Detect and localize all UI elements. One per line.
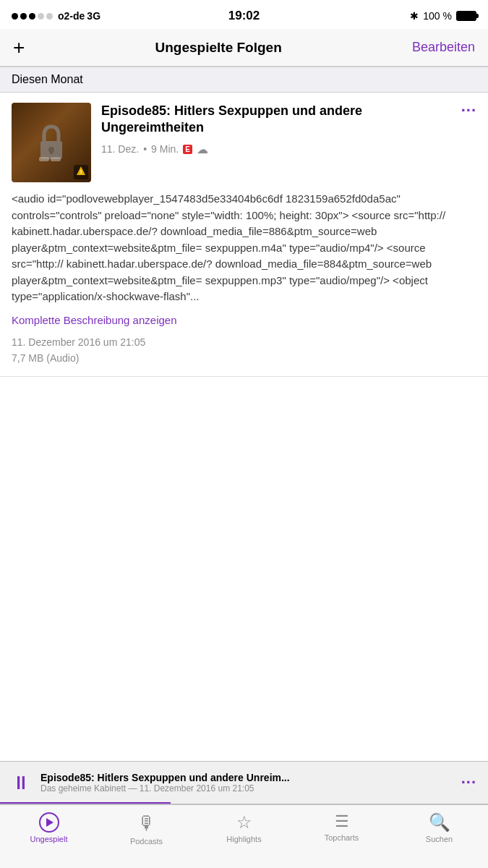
episode-info: Episode85: Hitlers Sexpuppen und andere … xyxy=(101,103,476,182)
episode-date: 11. Dez. xyxy=(101,143,139,155)
now-playing-more-button[interactable]: ··· xyxy=(461,773,476,792)
status-bar: o2-de 3G 19:02 ✱ 100 % xyxy=(0,0,488,29)
pause-button[interactable]: ⏸ xyxy=(12,773,30,792)
dot5 xyxy=(46,13,53,20)
episode-file-size: 7,7 MB (Audio) xyxy=(12,350,476,366)
battery-fill xyxy=(458,12,475,20)
add-button[interactable]: + xyxy=(13,38,25,58)
tab-ungespielt[interactable]: Ungespielt xyxy=(0,812,98,843)
now-playing-title: Episode85: Hitlers Sexpuppen und andere … xyxy=(40,772,451,783)
svg-rect-4 xyxy=(51,157,61,161)
topcharts-icon: ☰ xyxy=(335,812,349,831)
svg-rect-2 xyxy=(50,150,53,154)
podcasts-icon: 🎙 xyxy=(137,812,156,835)
search-icon: 🔍 xyxy=(429,812,450,833)
highlights-icon: ☆ xyxy=(236,812,252,833)
bluetooth-icon: ✱ xyxy=(410,10,419,22)
dot2 xyxy=(20,13,27,20)
play-triangle-icon xyxy=(46,818,53,827)
tab-ungespielt-label: Ungespielt xyxy=(30,835,68,843)
carrier-name: o2-de xyxy=(58,10,85,22)
meta-separator: • xyxy=(143,143,147,155)
now-playing-info: Episode85: Hitlers Sexpuppen und andere … xyxy=(40,772,451,793)
episode-more-button[interactable]: ··· xyxy=(461,103,476,119)
status-right: ✱ 100 % xyxy=(410,10,476,22)
status-left: o2-de 3G xyxy=(12,10,100,22)
svg-rect-3 xyxy=(39,157,49,161)
section-header: Diesen Monat xyxy=(0,67,488,93)
dot4 xyxy=(38,13,44,20)
status-time: 19:02 xyxy=(228,9,260,23)
now-playing-bar[interactable]: ⏸ Episode85: Hitlers Sexpuppen und ander… xyxy=(0,761,488,804)
now-playing-subtitle: Das geheime Kabinett — 11. Dezember 2016… xyxy=(40,783,451,793)
episode-item: ! Episode85: Hitlers Sexpuppen und ander… xyxy=(0,93,488,377)
episode-thumbnail[interactable]: ! xyxy=(12,103,91,182)
edit-button[interactable]: Bearbeiten xyxy=(412,40,475,55)
tab-highlights-label: Highlights xyxy=(226,835,261,843)
tab-podcasts[interactable]: 🎙 Podcasts xyxy=(98,812,195,846)
tab-bar: Ungespielt 🎙 Podcasts ☆ Highlights ☰ Top… xyxy=(0,804,488,868)
episode-top: ! Episode85: Hitlers Sexpuppen und ander… xyxy=(12,103,476,182)
explicit-badge: E xyxy=(183,145,192,154)
thumb-badge: ! xyxy=(74,165,88,179)
svg-text:!: ! xyxy=(80,169,82,175)
tab-topcharts-label: Topcharts xyxy=(325,833,359,842)
tab-suchen[interactable]: 🔍 Suchen xyxy=(390,812,488,843)
network-type: 3G xyxy=(87,10,100,22)
warning-icon: ! xyxy=(76,166,86,176)
dot3 xyxy=(29,13,35,20)
episode-footer: 11. Dezember 2016 um 21:05 7,7 MB (Audio… xyxy=(12,334,476,367)
progress-bar xyxy=(0,802,171,804)
nav-bar: + Ungespielte Folgen Bearbeiten xyxy=(0,29,488,67)
tab-suchen-label: Suchen xyxy=(426,835,453,843)
episode-footer-date: 11. Dezember 2016 um 21:05 xyxy=(12,334,476,350)
battery-container xyxy=(456,11,476,21)
episode-description: <audio id="podlovewebplayer_1547483d5e33… xyxy=(12,191,476,305)
page-title: Ungespielte Folgen xyxy=(155,40,282,56)
ungespielt-icon xyxy=(39,812,59,833)
lock-icon xyxy=(33,121,69,164)
tab-podcasts-label: Podcasts xyxy=(130,837,163,846)
episode-duration: 9 Min. xyxy=(151,143,179,155)
cloud-icon: ☁ xyxy=(197,142,208,156)
episode-meta: 11. Dez. • 9 Min. E ☁ xyxy=(101,142,476,156)
tab-highlights[interactable]: ☆ Highlights xyxy=(195,812,293,843)
tab-topcharts[interactable]: ☰ Topcharts xyxy=(293,812,390,842)
section-title: Diesen Monat xyxy=(12,73,83,85)
show-more-link[interactable]: Komplette Beschreibung anzeigen xyxy=(12,314,177,326)
battery-percent: 100 % xyxy=(423,10,452,22)
signal-dots xyxy=(12,13,53,20)
dot1 xyxy=(12,13,18,20)
battery-icon xyxy=(456,11,476,21)
episode-title: Episode85: Hitlers Sexpuppen und andere … xyxy=(101,103,455,137)
